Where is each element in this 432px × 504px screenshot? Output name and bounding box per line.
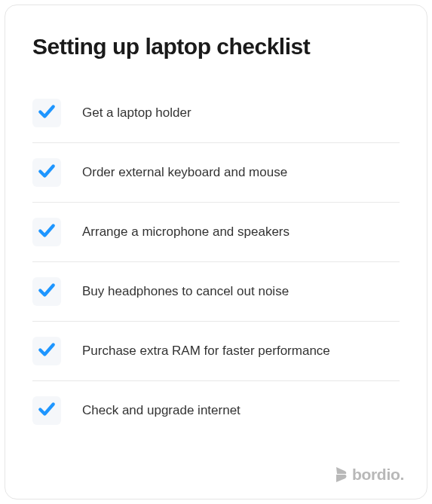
item-label: Arrange a microphone and speakers xyxy=(82,225,290,240)
list-item: Arrange a microphone and speakers xyxy=(32,203,400,262)
item-label: Order external keyboard and mouse xyxy=(82,165,287,180)
check-icon xyxy=(37,280,57,303)
list-item: Check and upgrade internet xyxy=(32,381,400,440)
list-item: Order external keyboard and mouse xyxy=(32,143,400,203)
checkbox[interactable] xyxy=(32,99,61,127)
list-item: Buy headphones to cancel out noise xyxy=(32,262,400,322)
brand-icon xyxy=(335,466,348,483)
brand-logo: bordio. xyxy=(335,466,404,484)
check-icon xyxy=(37,399,57,422)
checkbox[interactable] xyxy=(32,158,61,187)
list-item: Get a laptop holder xyxy=(32,84,400,143)
checklist: Get a laptop holder Order external keybo… xyxy=(32,84,400,481)
check-icon xyxy=(37,161,57,184)
check-icon xyxy=(37,221,57,243)
item-label: Check and upgrade internet xyxy=(82,403,241,418)
checklist-card: Setting up laptop checklist Get a laptop… xyxy=(5,5,427,499)
checkbox[interactable] xyxy=(32,337,61,365)
checkbox[interactable] xyxy=(32,277,61,306)
page-title: Setting up laptop checklist xyxy=(32,34,400,60)
item-label: Get a laptop holder xyxy=(82,105,191,121)
checkbox[interactable] xyxy=(32,218,61,246)
list-item: Purchase extra RAM for faster performanc… xyxy=(32,322,400,381)
check-icon xyxy=(37,102,57,124)
brand-text: bordio. xyxy=(352,466,404,484)
checkbox[interactable] xyxy=(32,396,61,425)
item-label: Purchase extra RAM for faster performanc… xyxy=(82,344,330,359)
check-icon xyxy=(37,340,57,362)
item-label: Buy headphones to cancel out noise xyxy=(82,284,289,299)
